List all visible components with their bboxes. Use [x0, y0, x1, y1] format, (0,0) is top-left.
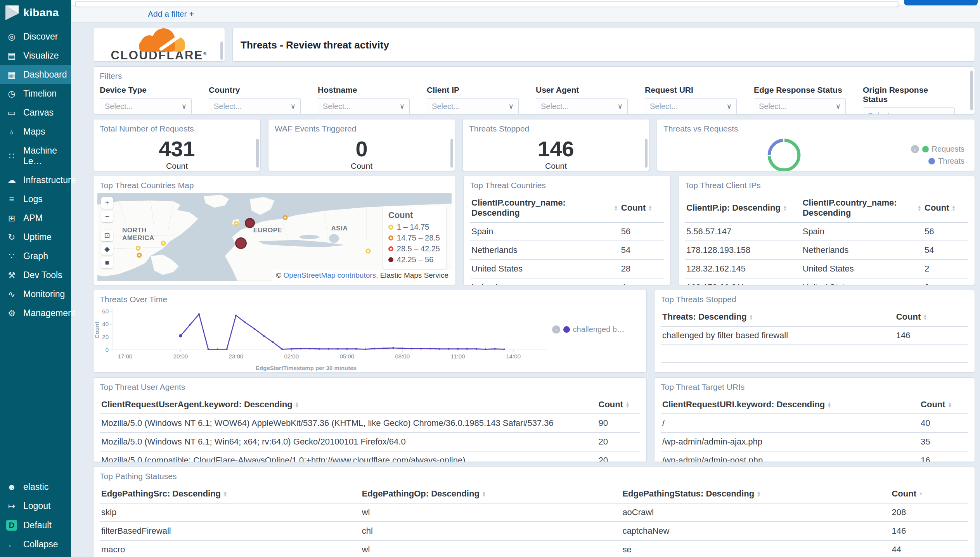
map-marker-us-south-2[interactable]	[137, 253, 142, 258]
sidebar-item-infrastructure[interactable]: ☁Infrastructure	[0, 171, 71, 190]
data-point[interactable]	[189, 324, 190, 326]
sidebar-item-discover[interactable]: ◎Discover	[0, 27, 71, 46]
panel-scrollbar[interactable]	[970, 71, 973, 110]
sidebar-item-uptime[interactable]: ↻Uptime	[0, 228, 71, 247]
data-point[interactable]	[365, 348, 366, 350]
legend-toggle-icon[interactable]: ›	[552, 325, 560, 334]
data-point[interactable]	[291, 348, 292, 349]
legend-item-threats[interactable]: Threats	[911, 157, 965, 166]
data-point[interactable]	[216, 348, 218, 350]
kibana-logo-row[interactable]: kibana	[0, 0, 71, 27]
column-header-edgepathingsrc-descending[interactable]: EdgePathingSrc: Descending▲▼	[100, 484, 360, 503]
data-point[interactable]	[319, 348, 320, 349]
sidebar-item-logs[interactable]: ≡Logs	[0, 190, 71, 209]
sidebar-item-collapse[interactable]: ←Collapse	[0, 535, 71, 554]
data-point[interactable]	[346, 348, 348, 349]
column-header-edgepathingop-descending[interactable]: EdgePathingOp: Descending▲▼	[360, 484, 621, 503]
map-marker-russia[interactable]	[282, 215, 287, 220]
sidebar-item-dashboard[interactable]: ▦Dashboard	[0, 65, 71, 84]
data-point[interactable]	[281, 348, 283, 350]
panel-scrollbar[interactable]	[450, 139, 453, 168]
filter-select-edge-response-status[interactable]: Select...∨	[754, 98, 846, 114]
data-point[interactable]	[466, 348, 468, 349]
map-marker-spain[interactable]	[235, 237, 247, 249]
column-header-edgepathingstatus-descending[interactable]: EdgePathingStatus: Descending▲▼	[621, 484, 890, 503]
column-header-count[interactable]: Count▲▼	[597, 395, 640, 413]
column-header-count[interactable]: Count▼	[890, 484, 968, 503]
column-header-threats-descending[interactable]: Threats: Descending▲▼	[661, 307, 895, 326]
legend-item-challenged-b[interactable]: ›challenged b…	[551, 325, 625, 334]
data-point[interactable]	[392, 347, 394, 349]
data-point[interactable]	[179, 334, 182, 337]
map-marker-us-south-1[interactable]	[135, 246, 140, 251]
sidebar-item-timelion[interactable]: ◷Timelion	[0, 84, 71, 103]
filter-select-hostname[interactable]: Select...∨	[318, 98, 410, 114]
data-point[interactable]	[309, 348, 311, 349]
add-filter-link[interactable]: Add a filter+	[148, 9, 194, 19]
filter-select-origin-response-status[interactable]: Select...∨	[863, 107, 955, 114]
zoom-in-button[interactable]: +	[101, 197, 113, 209]
data-point[interactable]	[438, 348, 440, 349]
data-point[interactable]	[355, 348, 357, 349]
crop-tool-button[interactable]: ⊡	[101, 230, 113, 241]
sidebar-item-apm[interactable]: ⊞APM	[0, 209, 71, 228]
column-header-count[interactable]: Count▲▼	[919, 395, 968, 413]
data-point[interactable]	[383, 348, 384, 349]
legend-item-requests[interactable]: ›Requests	[911, 145, 965, 154]
data-point[interactable]	[272, 341, 274, 343]
legend-toggle-icon[interactable]: ›	[911, 145, 919, 153]
query-input[interactable]	[75, 1, 899, 7]
sidebar-item-graph[interactable]: ∵Graph	[0, 247, 71, 266]
data-point[interactable]	[411, 348, 412, 349]
column-header-count[interactable]: Count▲▼	[895, 307, 968, 326]
column-header-count[interactable]: Count▲▼	[923, 193, 968, 222]
world-map[interactable]: +−⊡◆■ Count 1 – 14.7514.75 – 28.528.5 – …	[97, 193, 452, 281]
data-point[interactable]	[429, 348, 431, 349]
column-header-count[interactable]: Count▲▼	[620, 193, 664, 222]
data-point[interactable]	[337, 348, 338, 349]
map-marker-china[interactable]	[366, 249, 371, 254]
query-update-button[interactable]	[904, 0, 978, 5]
sidebar-item-logout[interactable]: ↦Logout	[0, 496, 71, 515]
sidebar-item-machine-le[interactable]: ∷Machine Le…	[0, 141, 71, 171]
filter-select-country[interactable]: Select...∨	[209, 98, 301, 114]
column-header-clientip-ip-descending[interactable]: ClientIP.ip: Descending▲▼	[685, 193, 801, 222]
rectangle-tool-button[interactable]: ■	[101, 257, 113, 268]
panel-scrollbar[interactable]	[220, 42, 223, 60]
data-point[interactable]	[244, 322, 246, 323]
filter-select-device-type[interactable]: Select...∨	[100, 98, 192, 114]
data-point[interactable]	[374, 348, 376, 349]
data-point[interactable]	[420, 348, 422, 349]
sidebar-item-canvas[interactable]: ▭Canvas	[0, 103, 71, 122]
filter-select-request-uri[interactable]: Select...∨	[645, 98, 737, 114]
data-point[interactable]	[503, 348, 505, 350]
sidebar-item-management[interactable]: ⚙Management	[0, 304, 71, 323]
sidebar-item-visualize[interactable]: ▤Visualize	[0, 46, 71, 65]
data-point[interactable]	[263, 335, 265, 337]
data-point[interactable]	[402, 348, 403, 349]
panel-scrollbar[interactable]	[645, 139, 648, 168]
sidebar-item-default[interactable]: DDefault	[0, 515, 71, 535]
sidebar-item-monitoring[interactable]: ∿Monitoring	[0, 285, 71, 304]
map-marker-united-kingdom[interactable]	[234, 221, 239, 226]
data-point[interactable]	[226, 348, 227, 350]
polygon-tool-button[interactable]: ◆	[101, 243, 113, 255]
sidebar-item-maps[interactable]: ♁Maps	[0, 122, 71, 141]
data-point[interactable]	[208, 348, 209, 350]
data-point[interactable]	[300, 348, 301, 349]
data-point[interactable]	[327, 348, 329, 349]
column-header-clientrequesturi-keyword-descending[interactable]: ClientRequestURI.keyword: Descending▲▼	[661, 395, 919, 413]
sidebar-item-dev-tools[interactable]: ⚒Dev Tools	[0, 266, 71, 285]
data-point[interactable]	[235, 315, 237, 316]
sidebar-item-elastic[interactable]: ☻elastic	[0, 477, 71, 496]
zoom-out-button[interactable]: −	[101, 211, 113, 222]
data-point[interactable]	[198, 313, 200, 315]
column-header-clientrequestuseragent-keyword-descending[interactable]: ClientRequestUserAgent.keyword: Descendi…	[100, 395, 597, 413]
map-marker-us-east[interactable]	[161, 240, 166, 246]
openstreetmap-link[interactable]: OpenStreetMap contributors,	[283, 271, 378, 279]
data-point[interactable]	[494, 348, 495, 349]
filter-select-user-agent[interactable]: Select...∨	[536, 98, 628, 114]
data-point[interactable]	[254, 328, 255, 330]
data-point[interactable]	[485, 348, 487, 350]
column-header-clientip-country-name-descending[interactable]: ClientIP.country_name: Descending▲▼	[470, 193, 620, 222]
